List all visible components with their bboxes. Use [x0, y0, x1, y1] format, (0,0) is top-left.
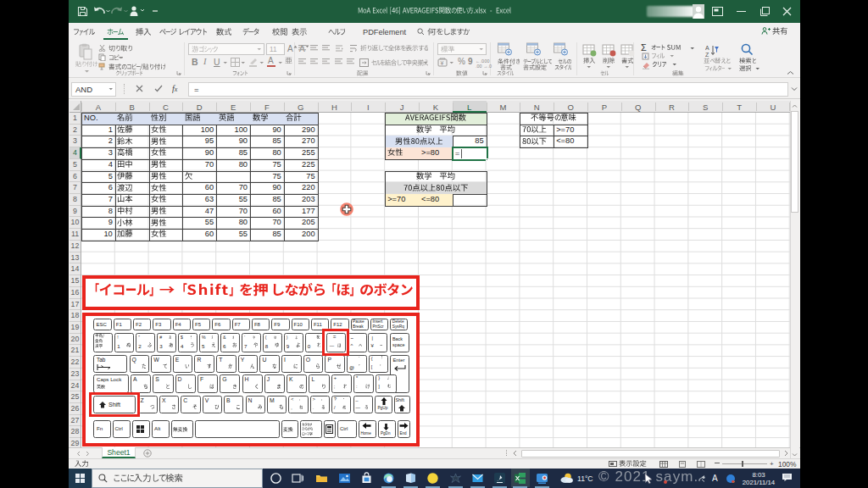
- svg-text:¥: ¥: [440, 60, 443, 66]
- svg-text:Z: Z: [705, 52, 709, 57]
- svg-text:A: A: [705, 45, 709, 51]
